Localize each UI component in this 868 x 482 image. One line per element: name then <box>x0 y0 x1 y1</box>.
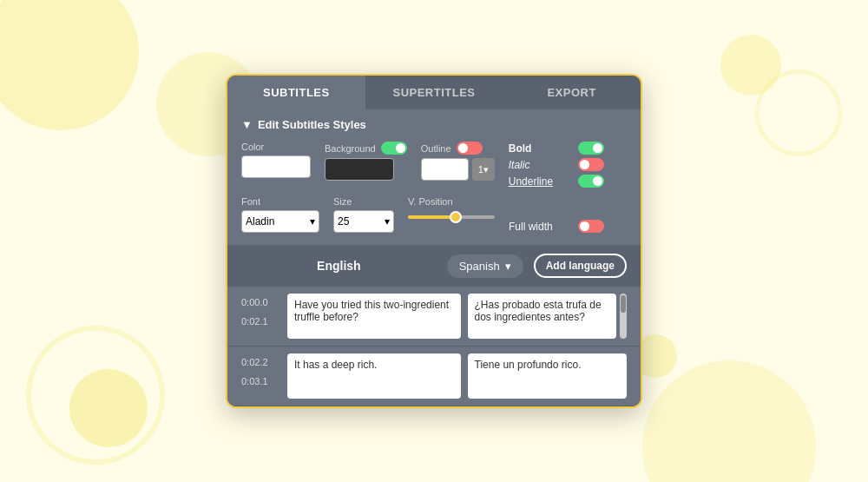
time-col-1: 0:00.0 0:02.1 <box>241 294 280 339</box>
toggle-knob <box>396 143 405 153</box>
tabs-row: SUBTITLES SUPERTITLES EXPORT <box>227 76 641 109</box>
tab-supertitles[interactable]: SUPERTITLES <box>365 76 503 109</box>
bold-toggle[interactable] <box>578 142 604 155</box>
scroll-thumb-1 <box>621 295 626 313</box>
languages-row: English Spanish ▾ Add language <box>227 245 641 287</box>
color-picker[interactable] <box>241 155 311 178</box>
font-select[interactable]: Aladin ▾ <box>241 210 319 233</box>
full-width-control: Full width <box>509 220 604 233</box>
tab-subtitles[interactable]: SUBTITLES <box>227 76 365 109</box>
english-text-box-2[interactable]: It has a deep rich. <box>287 353 461 399</box>
scrollbar-1[interactable] <box>620 294 627 339</box>
vposition-control: V. Position <box>408 196 495 219</box>
vposition-label: V. Position <box>408 196 495 207</box>
tab-export[interactable]: EXPORT <box>503 76 641 109</box>
spanish-label: Spanish <box>459 260 500 273</box>
toggle-knob <box>593 176 602 186</box>
vposition-slider-container <box>408 210 495 219</box>
underline-toggle[interactable] <box>578 175 604 188</box>
subtitles-body: 0:00.0 0:02.1 Have you tried this two-in… <box>227 287 641 406</box>
font-dropdown-icon: ▾ <box>310 215 315 228</box>
subtitle-row: 0:02.2 0:03.1 It has a deep rich. Tiene … <box>227 347 641 406</box>
spanish-text-box-1[interactable]: ¿Has probado esta trufa de dos ingredien… <box>468 294 617 339</box>
english-language-label: English <box>241 259 437 273</box>
toggle-knob <box>593 143 602 153</box>
underline-row: Underline <box>509 175 604 188</box>
background-toggle[interactable] <box>381 142 407 155</box>
color-label: Color <box>241 142 311 152</box>
spanish-language-button[interactable]: Spanish ▾ <box>447 254 523 278</box>
edit-title-row: ▼ Edit Subtitles Styles <box>241 118 627 131</box>
full-width-row: Full width <box>509 220 604 233</box>
main-panel: SUBTITLES SUPERTITLES EXPORT ▼ Edit Subt… <box>226 74 642 408</box>
vposition-slider-thumb[interactable] <box>450 211 462 223</box>
underline-label: Underline <box>509 175 556 188</box>
spanish-text-box-2[interactable]: Tiene un profundo rico. <box>468 353 628 399</box>
bold-row: Bold <box>509 142 604 155</box>
outline-with-dropdown: 1▾ <box>421 158 495 181</box>
italic-toggle[interactable] <box>578 158 604 171</box>
chevron-down-icon: ▼ <box>241 118 253 131</box>
spanish-dropdown-icon: ▾ <box>505 260 511 273</box>
english-text-2: It has a deep rich. <box>294 359 377 371</box>
size-control: Size 25 ▾ <box>333 196 394 233</box>
outline-control: Outline 1▾ <box>421 142 495 181</box>
italic-label: Italic <box>509 159 556 171</box>
add-language-button[interactable]: Add language <box>534 254 627 278</box>
toggle-knob <box>580 221 589 231</box>
full-width-toggle[interactable] <box>578 220 604 233</box>
toggle-knob <box>580 160 589 169</box>
spanish-text-area-1: ¿Has probado esta trufa de dos ingredien… <box>468 294 628 339</box>
italic-row: Italic <box>509 158 604 171</box>
size-label: Size <box>333 196 394 207</box>
time-col-2: 0:02.2 0:03.1 <box>241 353 280 399</box>
english-text-1: Have you tried this two-ingredient truff… <box>294 299 449 323</box>
edit-section: ▼ Edit Subtitles Styles Color Background <box>227 109 641 245</box>
spanish-text-1: ¿Has probado esta trufa de dos ingredien… <box>475 299 602 323</box>
outline-label-row: Outline <box>421 142 495 155</box>
outline-dropdown[interactable]: 1▾ <box>472 158 495 181</box>
background-label: Background <box>325 143 376 154</box>
background-color-picker[interactable] <box>325 158 394 181</box>
spanish-text-2: Tiene un profundo rico. <box>475 359 582 371</box>
vposition-slider-track[interactable] <box>408 215 495 219</box>
subtitle-row: 0:00.0 0:02.1 Have you tried this two-in… <box>227 287 641 347</box>
font-label: Font <box>241 196 319 207</box>
background-label-row: Background <box>325 142 407 155</box>
outline-picker[interactable] <box>421 158 469 181</box>
bold-label: Bold <box>509 142 556 155</box>
outline-label: Outline <box>421 143 451 154</box>
edit-title: Edit Subtitles Styles <box>258 118 366 131</box>
time-start-1: 0:00.0 <box>241 297 280 307</box>
time-end-1: 0:02.1 <box>241 316 280 327</box>
english-text-box-1[interactable]: Have you tried this two-ingredient truff… <box>287 294 461 339</box>
font-control: Font Aladin ▾ <box>241 196 319 233</box>
size-dropdown-icon: ▾ <box>385 215 390 228</box>
time-start-2: 0:02.2 <box>241 357 280 367</box>
spanish-text-area-2: Tiene un profundo rico. <box>468 353 628 399</box>
time-end-2: 0:03.1 <box>241 376 280 386</box>
background-control: Background <box>325 142 407 181</box>
font-value: Aladin <box>246 215 274 228</box>
text-style-controls: Bold Italic Underline <box>509 142 604 188</box>
vposition-slider-fill <box>408 215 456 219</box>
size-value: 25 <box>338 215 349 228</box>
size-select[interactable]: 25 ▾ <box>333 210 394 233</box>
outline-toggle[interactable] <box>457 142 483 155</box>
toggle-knob <box>458 143 468 153</box>
color-control: Color <box>241 142 311 178</box>
full-width-label: Full width <box>509 221 556 233</box>
